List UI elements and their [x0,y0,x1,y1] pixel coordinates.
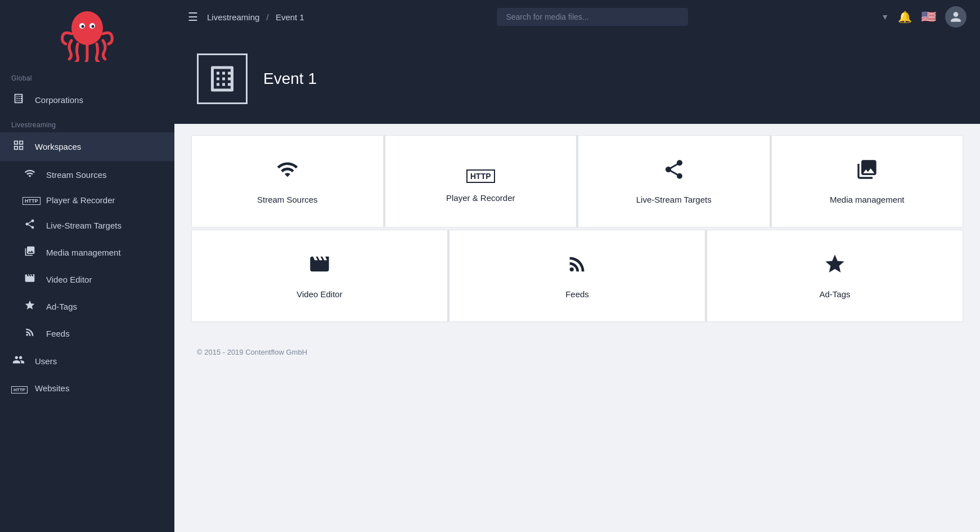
sidebar-item-video-editor[interactable]: Video Editor [0,266,174,293]
player-recorder-card-icon: HTTP [466,160,495,184]
player-recorder-icon: HTTP [23,195,37,205]
sidebar-logo [0,0,174,68]
users-icon [11,354,26,369]
svg-point-3 [82,25,84,28]
feeds-label: Feeds [46,329,70,338]
media-management-label: Media management [46,248,121,257]
player-recorder-label: Player & Recorder [46,195,115,205]
ad-tags-label: Ad-Tags [46,302,77,311]
breadcrumb-separator: / [267,12,269,22]
corporations-label: Corporations [35,95,83,105]
flag-icon[interactable]: 🇺🇸 [921,10,936,24]
sidebar-item-ad-tags[interactable]: Ad-Tags [0,293,174,320]
sidebar-item-users[interactable]: Users [0,347,174,375]
cards-grid-row1: Stream Sources HTTP Player & Recorder Li… [191,135,963,227]
livestreaming-section-label: Livestreaming [0,114,174,132]
hero-banner: Event 1 [174,34,980,124]
hero-building-icon [197,53,248,104]
svg-point-0 [71,11,103,45]
ad-tags-card-icon [824,253,846,280]
card-player-recorder-label: Player & Recorder [446,193,515,203]
card-stream-sources[interactable]: Stream Sources [192,136,383,227]
notifications-icon[interactable]: 🔔 [898,10,912,24]
sidebar-item-corporations[interactable]: Corporations [0,86,174,114]
search-input[interactable] [497,8,688,26]
footer-text: © 2015 - 2019 Contentflow GmbH [197,348,307,356]
stream-sources-icon [23,168,37,181]
users-label: Users [35,356,57,366]
card-video-editor-label: Video Editor [296,289,342,299]
breadcrumb-current: Event 1 [276,12,304,22]
feeds-card-icon [566,253,588,280]
live-stream-targets-icon [23,218,37,232]
media-management-icon [23,245,37,259]
feeds-icon [23,327,37,340]
sidebar-item-player-recorder[interactable]: HTTP Player & Recorder [0,188,174,212]
cards-area: Stream Sources HTTP Player & Recorder Li… [174,124,980,339]
menu-icon[interactable]: ☰ [188,10,198,24]
sidebar: Global Corporations Livestreaming Worksp… [0,0,174,532]
card-media-management-label: Media management [830,195,905,204]
workspaces-icon [11,139,26,154]
search-wrapper [313,8,872,26]
live-stream-targets-label: Live-Stream Targets [46,221,122,230]
ad-tags-icon [23,299,37,313]
avatar[interactable] [945,6,966,28]
sidebar-item-feeds[interactable]: Feeds [0,320,174,347]
websites-icon: HTTP [11,382,26,394]
card-feeds-label: Feeds [565,289,589,299]
topbar-right: ▼ 🔔 🇺🇸 [881,6,966,28]
octopus-logo-icon [59,6,115,62]
sidebar-item-websites[interactable]: HTTP Websites [0,375,174,401]
chevron-down-icon[interactable]: ▼ [881,12,889,21]
card-video-editor[interactable]: Video Editor [192,230,447,321]
breadcrumb: Livestreaming / Event 1 [207,12,304,22]
card-live-stream-targets[interactable]: Live-Stream Targets [578,136,770,227]
workspaces-label: Workspaces [35,142,81,151]
page-title: Event 1 [263,70,317,88]
footer: © 2015 - 2019 Contentflow GmbH [174,339,980,365]
stream-sources-label: Stream Sources [46,170,107,180]
stream-sources-card-icon [276,158,299,186]
sidebar-item-stream-sources[interactable]: Stream Sources [0,161,174,188]
main-panel: ☰ Livestreaming / Event 1 ▼ 🔔 🇺🇸 [174,0,980,532]
cards-grid-row2: Video Editor Feeds Ad-Tags [191,230,963,322]
card-stream-sources-label: Stream Sources [257,195,318,204]
sidebar-item-media-management[interactable]: Media management [0,239,174,266]
card-ad-tags-label: Ad-Tags [819,289,850,299]
websites-label: Websites [35,383,69,393]
content-area: Event 1 Stream Sources HTTP Player & Rec… [174,34,980,532]
svg-point-4 [92,25,95,28]
breadcrumb-parent[interactable]: Livestreaming [207,12,259,22]
video-editor-icon [23,272,37,286]
card-ad-tags[interactable]: Ad-Tags [707,230,963,321]
card-feeds[interactable]: Feeds [449,230,705,321]
media-management-card-icon [856,158,878,186]
card-media-management[interactable]: Media management [772,136,963,227]
sidebar-item-live-stream-targets[interactable]: Live-Stream Targets [0,212,174,239]
video-editor-card-icon [308,253,331,280]
live-stream-targets-card-icon [663,158,685,186]
card-live-stream-targets-label: Live-Stream Targets [636,195,712,204]
card-player-recorder[interactable]: HTTP Player & Recorder [385,136,577,227]
corporations-icon [11,92,26,108]
topbar: ☰ Livestreaming / Event 1 ▼ 🔔 🇺🇸 [174,0,980,34]
global-section-label: Global [0,68,174,86]
sidebar-item-workspaces[interactable]: Workspaces [0,132,174,161]
video-editor-label: Video Editor [46,275,92,284]
